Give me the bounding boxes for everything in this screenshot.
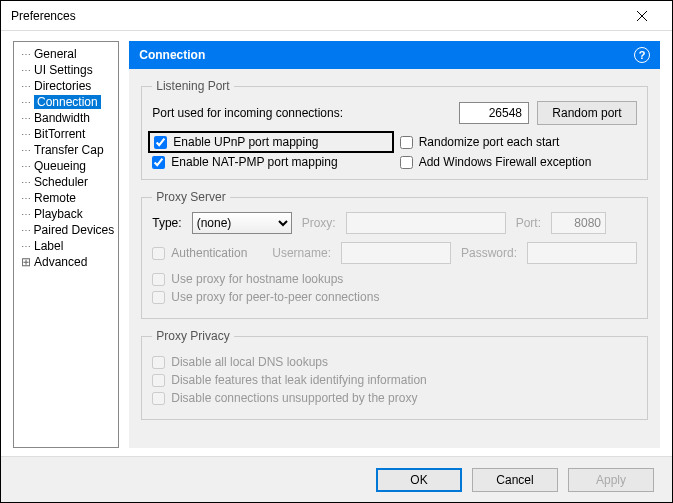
- close-icon: [637, 11, 647, 21]
- tree-dot-icon: ⋯: [20, 129, 32, 140]
- tree-dot-icon: ⋯: [20, 145, 32, 156]
- sidebar-item-paired-devices[interactable]: ⋯Paired Devices: [14, 222, 118, 238]
- natpmp-label: Enable NAT-PMP port mapping: [171, 155, 337, 169]
- main-panel: Connection ? Listening Port Port used fo…: [129, 41, 660, 448]
- tree-dot-icon: ⋯: [20, 225, 32, 236]
- proxy-port-input: [551, 212, 606, 234]
- dialog-footer: OK Cancel Apply: [1, 456, 672, 502]
- hostname-lookup-checkbox: [152, 273, 165, 286]
- sidebar-item-label[interactable]: ⋯Label: [14, 238, 118, 254]
- preferences-window: Preferences ⋯General ⋯UI Settings ⋯Direc…: [0, 0, 673, 503]
- sidebar-item-bandwidth[interactable]: ⋯Bandwidth: [14, 110, 118, 126]
- proxy-type-select[interactable]: (none): [192, 212, 292, 234]
- auth-label: Authentication: [171, 246, 247, 260]
- section-title: Connection: [139, 48, 205, 62]
- username-input: [341, 242, 451, 264]
- sidebar-item-advanced[interactable]: ⊞Advanced: [14, 254, 118, 270]
- upnp-checkbox[interactable]: [154, 136, 167, 149]
- disable-leak-label: Disable features that leak identifying i…: [171, 373, 426, 387]
- sidebar-item-scheduler[interactable]: ⋯Scheduler: [14, 174, 118, 190]
- proxy-legend: Proxy Server: [152, 190, 229, 204]
- disable-leak-checkbox: [152, 374, 165, 387]
- tree-dot-icon: ⋯: [20, 241, 32, 252]
- firewall-checkbox[interactable]: [400, 156, 413, 169]
- tree-dot-icon: ⋯: [20, 193, 32, 204]
- apply-button[interactable]: Apply: [568, 468, 654, 492]
- password-label: Password:: [461, 246, 517, 260]
- auth-checkbox: [152, 247, 165, 260]
- username-label: Username:: [272, 246, 331, 260]
- proxy-server-group: Proxy Server Type: (none) Proxy: Port:: [141, 190, 648, 319]
- sidebar-item-general[interactable]: ⋯General: [14, 46, 118, 62]
- tree-dot-icon: ⋯: [20, 49, 32, 60]
- proxy-port-label: Port:: [516, 216, 541, 230]
- ok-button[interactable]: OK: [376, 468, 462, 492]
- proxy-host-input: [346, 212, 506, 234]
- proxy-privacy-group: Proxy Privacy Disable all local DNS look…: [141, 329, 648, 420]
- tree-dot-icon: ⋯: [20, 209, 32, 220]
- tree-dot-icon: ⋯: [20, 177, 32, 188]
- disable-unsupported-label: Disable connections unsupported by the p…: [171, 391, 417, 405]
- sidebar-item-remote[interactable]: ⋯Remote: [14, 190, 118, 206]
- natpmp-checkbox[interactable]: [152, 156, 165, 169]
- help-icon[interactable]: ?: [634, 47, 650, 63]
- firewall-label: Add Windows Firewall exception: [419, 155, 592, 169]
- sidebar-item-queueing[interactable]: ⋯Queueing: [14, 158, 118, 174]
- dialog-body: ⋯General ⋯UI Settings ⋯Directories ⋯Conn…: [1, 31, 672, 456]
- sidebar-item-directories[interactable]: ⋯Directories: [14, 78, 118, 94]
- port-label: Port used for incoming connections:: [152, 106, 459, 120]
- tree-dot-icon: ⋯: [20, 65, 32, 76]
- listening-port-legend: Listening Port: [152, 79, 233, 93]
- proxy-type-label: Type:: [152, 216, 181, 230]
- hostname-lookup-label: Use proxy for hostname lookups: [171, 272, 343, 286]
- privacy-legend: Proxy Privacy: [152, 329, 233, 343]
- sidebar-item-playback[interactable]: ⋯Playback: [14, 206, 118, 222]
- close-button[interactable]: [622, 2, 662, 30]
- sidebar-item-transfer-cap[interactable]: ⋯Transfer Cap: [14, 142, 118, 158]
- section-header: Connection ?: [129, 41, 660, 69]
- password-input: [527, 242, 637, 264]
- tree-dot-icon: ⋯: [20, 97, 32, 108]
- p2p-proxy-checkbox: [152, 291, 165, 304]
- p2p-proxy-label: Use proxy for peer-to-peer connections: [171, 290, 379, 304]
- randomize-label: Randomize port each start: [419, 135, 560, 149]
- sidebar-item-ui-settings[interactable]: ⋯UI Settings: [14, 62, 118, 78]
- tree-dot-icon: ⋯: [20, 81, 32, 92]
- listening-port-group: Listening Port Port used for incoming co…: [141, 79, 648, 180]
- content-area: Listening Port Port used for incoming co…: [129, 69, 660, 448]
- sidebar-item-bittorrent[interactable]: ⋯BitTorrent: [14, 126, 118, 142]
- random-port-button[interactable]: Random port: [537, 101, 637, 125]
- category-tree[interactable]: ⋯General ⋯UI Settings ⋯Directories ⋯Conn…: [13, 41, 119, 448]
- disable-dns-checkbox: [152, 356, 165, 369]
- expand-icon[interactable]: ⊞: [20, 255, 32, 269]
- tree-dot-icon: ⋯: [20, 161, 32, 172]
- disable-dns-label: Disable all local DNS lookups: [171, 355, 328, 369]
- proxy-host-label: Proxy:: [302, 216, 336, 230]
- disable-unsupported-checkbox: [152, 392, 165, 405]
- cancel-button[interactable]: Cancel: [472, 468, 558, 492]
- tree-dot-icon: ⋯: [20, 113, 32, 124]
- randomize-checkbox[interactable]: [400, 136, 413, 149]
- window-title: Preferences: [11, 9, 622, 23]
- upnp-highlight: Enable UPnP port mapping: [148, 131, 393, 153]
- titlebar: Preferences: [1, 1, 672, 31]
- upnp-label: Enable UPnP port mapping: [173, 135, 318, 149]
- port-input[interactable]: [459, 102, 529, 124]
- sidebar-item-connection[interactable]: ⋯Connection: [14, 94, 118, 110]
